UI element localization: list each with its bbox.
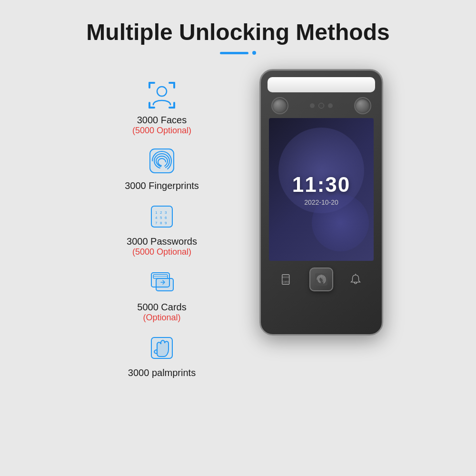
svg-text:4: 4 <box>155 216 158 220</box>
feature-palmprints: 3000 palmprints <box>93 331 231 378</box>
palmprints-label: 3000 palmprints <box>128 367 196 378</box>
svg-rect-1 <box>149 82 150 89</box>
face-icon <box>145 79 178 112</box>
right-camera <box>354 97 371 114</box>
svg-rect-5 <box>149 102 150 109</box>
svg-text:CARD: CARD <box>282 281 289 283</box>
svg-text:1: 1 <box>155 210 158 215</box>
features-list: 3000 Faces (5000 Optional) 300 <box>93 69 231 378</box>
access-control-device: 11:30 2022-10-20 CARD <box>259 69 383 336</box>
svg-text:5: 5 <box>160 216 162 220</box>
svg-point-8 <box>157 87 167 96</box>
svg-text:6: 6 <box>165 216 167 220</box>
main-content: 3000 Faces (5000 Optional) 300 <box>0 69 476 378</box>
feature-cards: 5000 Cards (Optional) <box>93 266 231 323</box>
feature-faces: 3000 Faces (5000 Optional) <box>93 79 231 136</box>
screen-time: 11:30 <box>292 173 351 197</box>
feature-fingerprints: 3000 Fingerprints <box>93 144 231 191</box>
fingerprint-icon <box>145 144 178 178</box>
underline-bar <box>220 52 248 54</box>
fingerprints-label: 3000 Fingerprints <box>125 180 199 191</box>
svg-rect-3 <box>173 82 175 89</box>
svg-rect-9 <box>150 149 174 173</box>
faces-label: 3000 Faces <box>137 115 187 126</box>
underline-dot <box>252 51 256 55</box>
device-bottom-bar: CARD <box>268 268 375 291</box>
palm-icon <box>145 331 178 365</box>
bell-icon <box>349 273 362 286</box>
device-container: 11:30 2022-10-20 CARD <box>259 69 383 336</box>
svg-text:9: 9 <box>165 221 167 225</box>
sensor-dot-2 <box>328 103 333 108</box>
svg-rect-26 <box>282 276 289 278</box>
svg-text:3: 3 <box>165 210 167 215</box>
svg-rect-23 <box>156 278 173 291</box>
fingerprint-button[interactable] <box>309 268 333 291</box>
center-sensors <box>310 103 333 109</box>
device-top-bar <box>268 77 375 92</box>
left-camera <box>271 97 288 114</box>
svg-text:8: 8 <box>160 221 162 225</box>
device-cameras <box>268 97 375 114</box>
screen-date: 2022-10-20 <box>304 198 338 206</box>
card-icon <box>145 266 178 299</box>
title-underline <box>220 51 256 55</box>
device-screen: 11:30 2022-10-20 <box>269 118 374 261</box>
faces-optional: (5000 Optional) <box>132 126 191 136</box>
svg-rect-7 <box>173 102 175 109</box>
passwords-label: 3000 Passwords <box>127 236 197 247</box>
card-reader-icon: CARD <box>280 273 294 286</box>
svg-text:7: 7 <box>155 221 158 225</box>
cards-label: 5000 Cards <box>137 302 186 313</box>
svg-text:2: 2 <box>160 210 162 215</box>
passwords-optional: (5000 Optional) <box>132 247 191 257</box>
page-title: Multiple Unlocking Methods <box>86 19 389 45</box>
main-camera <box>318 103 324 109</box>
keypad-icon: 1 2 3 4 5 6 7 8 9 <box>145 200 178 233</box>
cards-optional: (Optional) <box>143 313 180 323</box>
feature-passwords: 1 2 3 4 5 6 7 8 9 3000 Passwords (5000 O… <box>93 200 231 257</box>
sensor-dot-1 <box>310 103 315 108</box>
